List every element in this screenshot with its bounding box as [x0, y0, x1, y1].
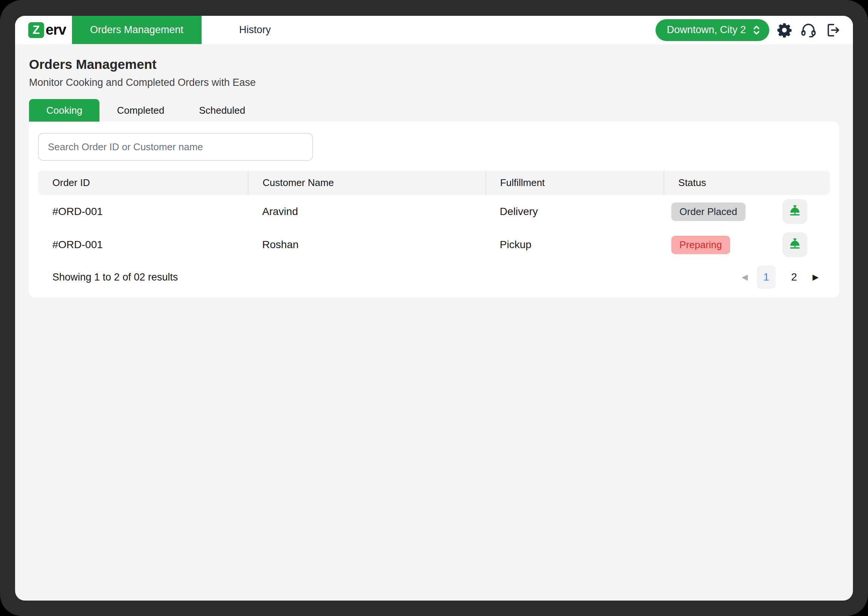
service-bell-icon [788, 237, 802, 252]
app-window: Z erv Orders Management History Downtown… [15, 16, 853, 600]
settings-button[interactable] [775, 21, 793, 39]
logout-icon [825, 22, 841, 38]
service-bell-icon [788, 204, 802, 219]
next-page-icon[interactable]: ▶ [813, 273, 819, 282]
cell-order-id: #ORD-001 [38, 239, 248, 251]
results-summary: Showing 1 to 2 of 02 results [52, 272, 178, 283]
column-header-order-id: Order ID [38, 171, 248, 195]
location-selector-label: Downtown, City 2 [667, 24, 746, 36]
search-input[interactable] [38, 133, 313, 161]
cell-order-id: #ORD-001 [38, 206, 248, 218]
logout-button[interactable] [824, 21, 842, 39]
cell-fulfillment: Pickup [485, 239, 664, 251]
device-frame: Z erv Orders Management History Downtown… [0, 0, 868, 616]
table-footer: Showing 1 to 2 of 02 results ◀ 1 2 ▶ [38, 263, 830, 291]
top-navbar: Z erv Orders Management History Downtown… [15, 16, 853, 44]
ring-bell-button[interactable] [783, 232, 807, 257]
headset-icon [800, 22, 817, 38]
page-button-2[interactable]: 2 [785, 266, 803, 289]
column-header-customer-name: Customer Name [248, 171, 485, 195]
page-subtitle: Monitor Cooking and Completed Orders wit… [29, 77, 839, 88]
chevron-up-down-icon [752, 24, 761, 36]
table-header-row: Order ID Customer Name Fulfillment Statu… [38, 171, 830, 195]
column-header-fulfillment: Fulfillment [485, 171, 664, 195]
nav-tab-history[interactable]: History [239, 24, 271, 36]
cell-fulfillment: Delivery [485, 206, 664, 218]
tab-cooking[interactable]: Cooking [29, 99, 99, 122]
brand-logo: Z erv [28, 22, 66, 38]
status-badge: Order Placed [671, 203, 745, 221]
cell-status: Preparing [664, 232, 830, 257]
tab-scheduled[interactable]: Scheduled [181, 99, 263, 122]
cell-customer-name: Roshan [248, 239, 485, 251]
brand-logo-mark: Z [28, 22, 44, 38]
page-button-1[interactable]: 1 [757, 266, 776, 289]
page-content: Orders Management Monitor Cooking and Co… [15, 44, 853, 600]
column-header-status: Status [664, 171, 830, 195]
brand-logo-text: erv [46, 22, 66, 38]
support-button[interactable] [799, 21, 818, 39]
nav-tab-orders-management[interactable]: Orders Management [72, 16, 202, 44]
prev-page-icon[interactable]: ◀ [742, 273, 748, 282]
cell-status: Order Placed [664, 199, 830, 224]
table-row: #ORD-001 Aravind Delivery Order Placed [38, 195, 830, 228]
orders-table: Order ID Customer Name Fulfillment Statu… [38, 171, 830, 291]
order-status-tabs: Cooking Completed Scheduled [29, 99, 839, 122]
page-title: Orders Management [29, 57, 839, 72]
cell-customer-name: Aravind [248, 206, 485, 218]
orders-card: Order ID Customer Name Fulfillment Statu… [29, 122, 839, 297]
gear-icon [776, 22, 792, 38]
pagination: ◀ 1 2 ▶ [742, 266, 819, 289]
status-badge: Preparing [671, 236, 731, 254]
tab-completed[interactable]: Completed [99, 99, 181, 122]
location-selector[interactable]: Downtown, City 2 [655, 19, 769, 41]
table-row: #ORD-001 Roshan Pickup Preparing [38, 228, 830, 261]
ring-bell-button[interactable] [783, 199, 807, 224]
